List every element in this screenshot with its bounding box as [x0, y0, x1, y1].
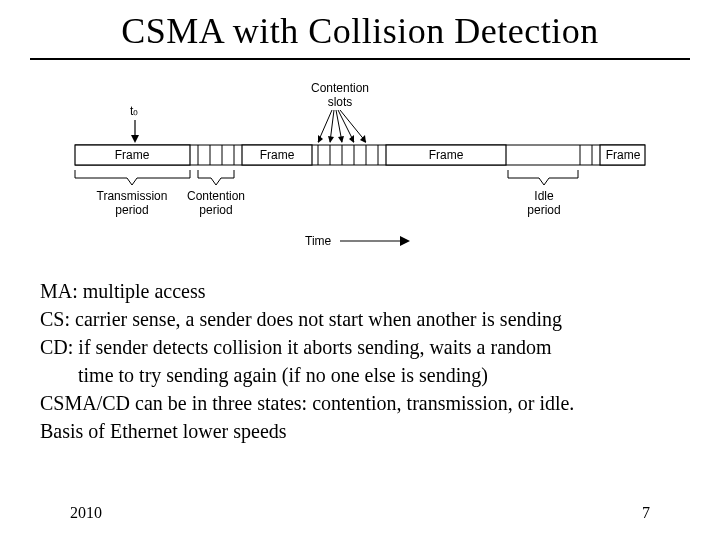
footer-year: 2010	[70, 504, 102, 522]
time-label: Time	[305, 234, 332, 248]
frame-label-4: Frame	[606, 148, 641, 162]
slide: CSMA with Collision Detection t₀ Content…	[0, 0, 720, 540]
svg-marker-9	[328, 136, 334, 143]
idle-period-l2: period	[527, 203, 560, 217]
title-divider	[30, 58, 690, 60]
csma-cd-diagram: t₀ Contention slots Frame	[60, 70, 660, 260]
page-title: CSMA with Collision Detection	[0, 10, 720, 52]
svg-marker-7	[338, 136, 344, 143]
diagram-svg: t₀ Contention slots Frame	[60, 70, 660, 260]
frame-label-1: Frame	[115, 148, 150, 162]
bullet-cd-line1: CD: if sender detects collision it abort…	[40, 334, 680, 360]
bullet-cd-line2: time to try sending again (if no one els…	[40, 362, 680, 388]
transmission-period-l2: period	[115, 203, 148, 217]
t0-label: t₀	[130, 104, 138, 118]
bullet-basis: Basis of Ethernet lower speeds	[40, 418, 680, 444]
contention-slots-label-1: Contention	[311, 81, 369, 95]
svg-marker-31	[400, 236, 410, 246]
idle-period-l1: Idle	[534, 189, 554, 203]
transmission-period-l1: Transmission	[97, 189, 168, 203]
contention-period-l1: Contention	[187, 189, 245, 203]
svg-marker-1	[131, 135, 139, 143]
body-text: MA: multiple access CS: carrier sense, a…	[40, 278, 680, 446]
footer-page-number: 7	[642, 504, 650, 522]
contention-period-l2: period	[199, 203, 232, 217]
bullet-states: CSMA/CD can be in three states: contenti…	[40, 390, 680, 416]
contention-slots-label-2: slots	[328, 95, 353, 109]
bullet-cs: CS: carrier sense, a sender does not sta…	[40, 306, 680, 332]
frame-label-3: Frame	[429, 148, 464, 162]
frame-label-2: Frame	[260, 148, 295, 162]
bullet-ma: MA: multiple access	[40, 278, 680, 304]
